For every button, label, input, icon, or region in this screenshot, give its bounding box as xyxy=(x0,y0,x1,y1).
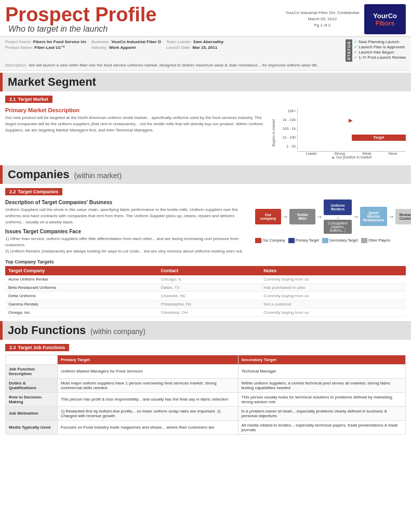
vc-quick-service: Quick ServiceRestaurants xyxy=(360,207,387,226)
proj-label: Project Name: xyxy=(5,39,32,44)
jf-row-3: Job Motivation 1) Rewarded first by bott… xyxy=(6,406,406,420)
biz-val: YourCo Industrial Fiber D xyxy=(111,39,161,44)
value-chain-diagram: Ourcompany → TextileMills → UniformRente… xyxy=(255,200,406,255)
status-label: STATUS xyxy=(346,39,352,62)
vc-restaurant-customers: RestaurantCustomers xyxy=(395,209,411,224)
issues-text: 1) Other than service, uniform suppliers… xyxy=(5,236,250,255)
subsection-21-label: 2.1 Target Market xyxy=(5,96,52,103)
companies-text: Description of Target Companies' Busines… xyxy=(5,200,250,255)
main-subtitle: Who to target in the launch xyxy=(8,24,281,34)
header-meta: YourCo Industrial Fiber Div. Confidentia… xyxy=(286,10,359,29)
market-chart: Buyers in market 10k+ 1k - 10k ▶ 100 - 1… xyxy=(271,107,406,159)
launch-label: Launch Date: xyxy=(166,45,191,50)
jf-row-1: Duties & Qualifications Most major unifo… xyxy=(6,378,406,392)
main-title: Prospect Profile xyxy=(5,5,281,24)
ind-label: Industry: xyxy=(91,45,108,50)
jf-col-primary: Primary Target xyxy=(58,355,238,364)
vc-textile-mills: TextileMills xyxy=(289,209,315,224)
status-box: STATUS ✓Now Planning Launch ✓Launch Plan… xyxy=(346,39,406,62)
subsection-23-label: 2.3 Target Job Functions xyxy=(5,344,69,351)
companies-desc: Uniform Suppliers call the shots in this… xyxy=(5,207,250,225)
companies-content: Description of Target Companies' Busines… xyxy=(0,197,411,257)
jf-row-0: Job Function Description Uniform Market … xyxy=(6,364,406,378)
companies-desc-title: Description of Target Companies' Busines… xyxy=(5,200,250,205)
page-header: Prospect Profile Who to target in the la… xyxy=(0,0,411,37)
table-row: Delta UniformsCharlotte, NCCurrently buy… xyxy=(5,291,406,300)
companies-title: Companies xyxy=(8,168,70,181)
jf-title: Job Functions xyxy=(8,324,86,337)
table-row: Acme Uniform RentalChicago, ILCurrently … xyxy=(5,275,406,284)
col-notes: Notes xyxy=(260,266,406,275)
team-val: Sam Abernathy xyxy=(193,39,223,44)
vc-uniform-renters: UniformRenters ↓ CoSuppliers (zippers, b… xyxy=(324,200,352,234)
primary-market-title: Primary Market Description xyxy=(5,107,266,113)
table-row: Beta Restaurant UniformsDallas, TXHas pu… xyxy=(5,283,406,291)
col-company: Target Company xyxy=(5,266,157,275)
launch-val: Mar 15, 2011 xyxy=(193,45,218,50)
vc-legend: Our Company Primary Target Secondary Tar… xyxy=(255,238,406,243)
market-segment-header: Market Segment xyxy=(0,73,411,91)
team-label: Team Leader: xyxy=(166,39,192,44)
jf-row-2: Role in Decision-Making This person has … xyxy=(6,392,406,406)
jf-col-blank xyxy=(6,355,58,364)
jf-col-secondary: Secondary Target xyxy=(238,355,405,364)
issues-title: Issues Target Companies Face xyxy=(5,229,250,234)
jf-subtitle: (within company) xyxy=(90,327,145,336)
company-logo: YourCo Fibors xyxy=(364,4,406,34)
proj-name: Fibers for Food Service Un xyxy=(33,39,86,44)
market-desc: Our new product will be targeted at the … xyxy=(5,115,266,134)
job-functions-table: Primary Target Secondary Target Job Func… xyxy=(5,355,406,435)
market-segment-content: Primary Market Description Our new produ… xyxy=(0,105,411,163)
ind-val: Work Apparel xyxy=(109,45,136,50)
header-title-area: Prospect Profile Who to target in the la… xyxy=(5,5,281,34)
company-targets-table: Target Company Contact Notes Acme Unifor… xyxy=(5,266,406,317)
companies-subtitle: (within market) xyxy=(74,171,122,180)
desc-label: Description: xyxy=(5,63,27,68)
col-contact: Contact xyxy=(157,266,260,275)
table-row: Gamma RentalsPhiladelphia, PANot a custo… xyxy=(5,300,406,308)
project-info-bar: Project Name: Fibers for Food Service Un… xyxy=(0,37,411,71)
prod-label: Product Name: xyxy=(5,45,33,50)
job-functions-header: Job Functions (within company) xyxy=(0,321,411,340)
biz-label: Business: xyxy=(91,39,110,44)
company-table-title: Top Company Targets xyxy=(5,259,406,264)
status-items: ✓Now Planning Launch ✓Launch Plan is App… xyxy=(354,39,406,60)
market-text: Primary Market Description Our new produ… xyxy=(5,107,266,159)
market-section-title: Market Segment xyxy=(8,75,96,88)
prod-name: Fiber-Last U1™ xyxy=(34,45,65,50)
subsection-22-label: 2.2 Target Companies xyxy=(5,188,62,195)
jf-row-4: Media Typically Used Focuses on Food Ind… xyxy=(6,420,406,434)
vc-our-company: Ourcompany xyxy=(255,209,281,224)
table-row: Omega, Inc.Cleveland, OHCurrently buying… xyxy=(5,308,406,316)
companies-header: Companies (within market) xyxy=(0,165,411,184)
desc-val: We will launch a new olefin fiber into t… xyxy=(29,63,318,68)
